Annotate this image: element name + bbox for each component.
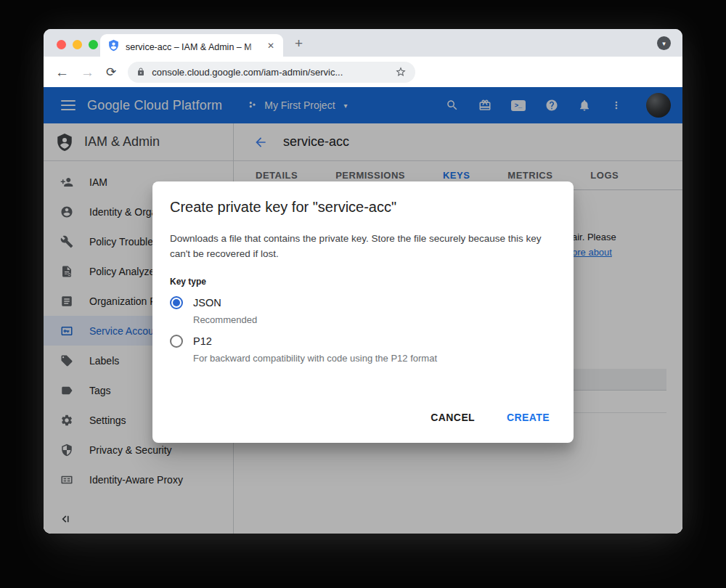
browser-profile-button[interactable]: ▾ <box>657 36 671 50</box>
radio-json-selected[interactable] <box>170 296 183 309</box>
new-tab-button[interactable]: + <box>295 36 303 52</box>
json-option-description: Recommended <box>193 314 556 325</box>
create-button[interactable]: CREATE <box>494 405 562 430</box>
radio-p12-unselected[interactable] <box>170 335 183 348</box>
tab-title: service-acc – IAM & Admin – M <box>126 42 252 52</box>
dialog-title: Create private key for "service-acc" <box>170 199 556 216</box>
p12-option-description: For backward compatibility with code usi… <box>193 353 556 364</box>
dialog-description: Downloads a file that contains the priva… <box>170 231 556 261</box>
close-window-button[interactable] <box>57 40 66 49</box>
zoom-window-button[interactable] <box>89 40 98 49</box>
tab-close-icon[interactable]: ✕ <box>266 39 276 52</box>
radio-option-p12[interactable]: P12 <box>170 335 556 348</box>
iam-favicon-icon <box>107 39 120 52</box>
page-content: Google Cloud Platform My First Project ▾… <box>44 87 682 534</box>
radio-option-json[interactable]: JSON <box>170 296 556 309</box>
browser-window: service-acc – IAM & Admin – M ✕ + ▾ ← → … <box>44 29 682 534</box>
reload-button[interactable]: ⟳ <box>106 66 116 78</box>
address-bar[interactable]: console.cloud.google.com/iam-admin/servi… <box>128 62 415 83</box>
bookmark-star-icon[interactable] <box>395 66 407 78</box>
url-text: console.cloud.google.com/iam-admin/servi… <box>152 67 388 78</box>
back-button[interactable]: ← <box>55 65 69 79</box>
key-type-label: Key type <box>170 277 556 287</box>
forward-button[interactable]: → <box>81 65 94 79</box>
minimize-window-button[interactable] <box>73 40 82 49</box>
browser-toolbar: ← → ⟳ console.cloud.google.com/iam-admin… <box>44 57 682 87</box>
lock-icon <box>136 68 145 76</box>
dialog-actions: CANCEL CREATE <box>418 405 562 430</box>
traffic-lights <box>57 40 98 49</box>
browser-tabstrip: service-acc – IAM & Admin – M ✕ + ▾ <box>44 29 682 57</box>
cancel-button[interactable]: CANCEL <box>418 405 487 430</box>
create-key-dialog: Create private key for "service-acc" Dow… <box>152 181 574 443</box>
browser-tab[interactable]: service-acc – IAM & Admin – M ✕ <box>100 34 283 57</box>
